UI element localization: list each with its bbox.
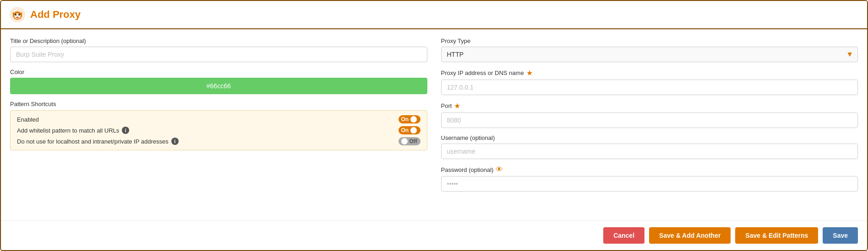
right-panel: Proxy Type HTTP HTTPS SOCKS4 SOCKS5 ▼ Pr… <box>441 37 858 212</box>
username-label: Username (optional) <box>441 134 858 141</box>
left-panel: Title or Description (optional) Color #6… <box>10 37 427 212</box>
main-content: Title or Description (optional) Color #6… <box>1 29 867 220</box>
pattern-shortcuts-group: Pattern Shortcuts Enabled On <box>10 101 427 150</box>
toggle-enabled[interactable]: On <box>399 115 420 123</box>
toggle-whitelist[interactable]: On <box>399 126 420 134</box>
whitelist-info-icon[interactable]: i <box>122 127 129 134</box>
pattern-row-whitelist-label: Add whitelist pattern to match all URLs … <box>17 127 129 134</box>
app-icon <box>9 6 26 23</box>
svg-point-6 <box>18 14 20 16</box>
port-required-star: ★ <box>454 101 460 110</box>
save-button[interactable]: Save <box>823 227 858 244</box>
svg-point-5 <box>15 14 16 16</box>
color-swatch[interactable]: #66cc66 <box>10 78 427 94</box>
proxy-ip-required-star: ★ <box>526 69 533 77</box>
password-input[interactable] <box>441 176 858 192</box>
footer: Cancel Save & Add Another Save & Edit Pa… <box>1 220 867 250</box>
cancel-button[interactable]: Cancel <box>603 227 644 244</box>
proxy-type-select-wrapper: HTTP HTTPS SOCKS4 SOCKS5 ▼ <box>441 47 858 62</box>
proxy-ip-label: Proxy IP address or DNS name ★ <box>441 69 858 77</box>
password-label: Password (optional) 👁 <box>441 166 858 174</box>
toggle-localhost[interactable]: Off <box>399 137 420 145</box>
proxy-ip-group: Proxy IP address or DNS name ★ <box>441 69 858 95</box>
title-field-group: Title or Description (optional) <box>10 37 427 62</box>
pattern-shortcuts-box: Enabled On Add whitelist pattern to matc… <box>10 110 427 150</box>
title-label: Title or Description (optional) <box>10 37 427 44</box>
username-input[interactable] <box>441 144 858 159</box>
password-group: Password (optional) 👁 <box>441 166 858 192</box>
window-header: Add Proxy <box>1 1 867 29</box>
svg-point-7 <box>16 17 19 18</box>
pattern-row-enabled-label: Enabled <box>17 116 39 123</box>
username-group: Username (optional) <box>441 134 858 159</box>
port-label: Port ★ <box>441 101 858 110</box>
pattern-row-enabled: Enabled On <box>17 115 420 123</box>
save-edit-patterns-button[interactable]: Save & Edit Patterns <box>735 227 818 244</box>
add-proxy-window: Add Proxy Title or Description (optional… <box>0 0 868 251</box>
color-field-group: Color #66cc66 <box>10 69 427 94</box>
color-label: Color <box>10 69 427 75</box>
eye-icon[interactable]: 👁 <box>496 166 503 174</box>
pattern-shortcuts-label: Pattern Shortcuts <box>10 101 427 107</box>
title-input[interactable] <box>10 47 427 62</box>
pattern-row-localhost: Do not use for localhost and intranet/pr… <box>17 137 420 145</box>
proxy-ip-input[interactable] <box>441 80 858 95</box>
port-group: Port ★ <box>441 101 858 128</box>
pattern-row-whitelist: Add whitelist pattern to match all URLs … <box>17 126 420 134</box>
page-title: Add Proxy <box>30 9 81 21</box>
pattern-row-localhost-label: Do not use for localhost and intranet/pr… <box>17 138 179 145</box>
proxy-type-select[interactable]: HTTP HTTPS SOCKS4 SOCKS5 <box>441 47 858 62</box>
proxy-type-group: Proxy Type HTTP HTTPS SOCKS4 SOCKS5 ▼ <box>441 37 858 62</box>
save-add-another-button[interactable]: Save & Add Another <box>649 227 731 244</box>
proxy-type-label: Proxy Type <box>441 37 858 44</box>
localhost-info-icon[interactable]: i <box>171 138 179 145</box>
port-input[interactable] <box>441 112 858 128</box>
